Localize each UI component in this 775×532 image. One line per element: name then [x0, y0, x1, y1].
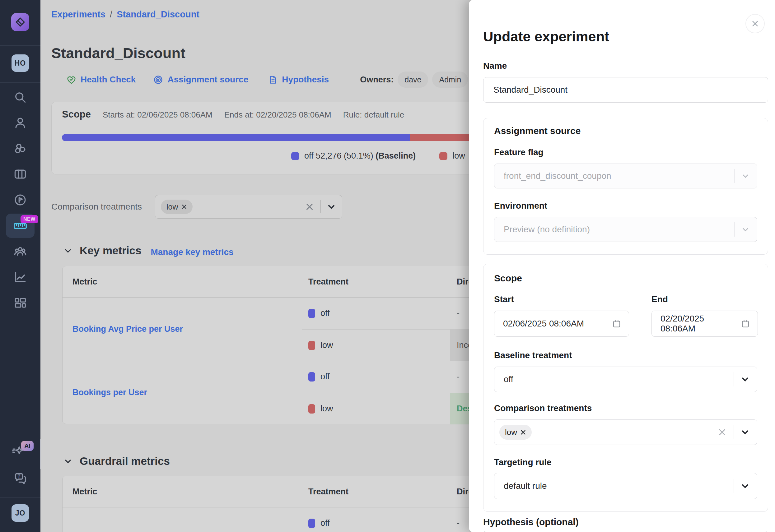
- treatment-row: off -: [63, 361, 469, 392]
- hypothesis-textarea[interactable]: [483, 531, 768, 532]
- audiences-icon[interactable]: [0, 242, 40, 261]
- scope-title: Scope: [62, 109, 91, 120]
- targeting-rule-label: Targeting rule: [494, 457, 552, 467]
- chevron-down-icon: [741, 225, 749, 234]
- chevron-down-icon[interactable]: [327, 202, 336, 211]
- assignment-source-link[interactable]: Assignment source: [153, 75, 248, 85]
- treatment-chip-low[interactable]: low: [161, 200, 193, 214]
- divider: [0, 497, 40, 498]
- calendar-icon[interactable]: [741, 319, 750, 328]
- key-metrics-header: Key metrics Manage key metrics: [64, 244, 234, 257]
- screen: HO NEW: [0, 0, 775, 532]
- divider: [0, 45, 40, 46]
- treatment-allocation-bar: [62, 134, 469, 141]
- scope-starts-at: Starts at: 02/06/2025 08:06AM: [103, 110, 212, 120]
- metric-group: Average Bookings in Revenue per Night of…: [63, 507, 469, 532]
- targeting-rule-select[interactable]: default rule: [494, 473, 757, 499]
- owner-pill[interactable]: dave: [398, 72, 428, 88]
- health-check-link[interactable]: Health Check: [66, 75, 136, 85]
- hypothesis-label: Hypothesis (optional): [483, 517, 579, 527]
- breadcrumb-experiments[interactable]: Experiments: [51, 9, 105, 20]
- scope-ends-at: Ends at: 02/20/2025 08:06AM: [224, 110, 331, 120]
- sidebar: HO NEW: [0, 0, 40, 532]
- users-icon[interactable]: [0, 113, 40, 132]
- breadcrumb: Experiments / Standard_Discount: [51, 9, 199, 20]
- collapse-section-icon[interactable]: [64, 457, 72, 465]
- svg-text:?: ?: [17, 473, 20, 479]
- chevron-down-icon[interactable]: [741, 375, 749, 384]
- breadcrumb-current[interactable]: Standard_Discount: [117, 9, 199, 20]
- environment-label: Environment: [494, 201, 547, 211]
- legend-swatch-off: [291, 152, 299, 160]
- clear-select-icon[interactable]: [305, 202, 314, 211]
- table-header: Metric Treatment Direction: [63, 476, 469, 507]
- breadcrumb-separator: /: [110, 9, 112, 20]
- guardrail-metrics-table: Metric Treatment Direction Average Booki…: [62, 476, 469, 532]
- dashboards-icon[interactable]: [0, 294, 40, 312]
- manage-key-metrics-link[interactable]: Manage key metrics: [151, 247, 233, 257]
- col-direction: Direction: [457, 476, 469, 507]
- segments-icon[interactable]: [0, 139, 40, 158]
- col-treatment: Treatment: [308, 266, 348, 297]
- col-treatment: Treatment: [308, 476, 348, 507]
- health-heart-icon: [66, 75, 77, 85]
- feature-flags-icon[interactable]: [0, 165, 40, 183]
- direction-badge-desirable: Desirable: [450, 393, 469, 424]
- ai-assistant-icon[interactable]: [0, 442, 40, 460]
- clear-select-icon[interactable]: [717, 428, 727, 437]
- treatment-chip-low[interactable]: low: [499, 425, 532, 440]
- direction-value: -: [457, 507, 460, 532]
- update-experiment-drawer: Update experiment Name Standard_Discount…: [469, 0, 775, 532]
- metrics-icon[interactable]: [0, 268, 40, 286]
- remove-chip-icon[interactable]: [520, 429, 526, 435]
- name-input[interactable]: Standard_Discount: [483, 77, 768, 103]
- statsig-logo-icon[interactable]: [11, 13, 29, 31]
- metric-group: Bookings per User off - low Desirable: [63, 361, 469, 424]
- target-icon: [153, 75, 163, 85]
- new-badge: NEW: [21, 215, 38, 223]
- user-avatar[interactable]: JO: [12, 504, 29, 522]
- legend-swatch-low: [439, 152, 448, 160]
- ai-badge: AI: [21, 441, 34, 451]
- scope-summary-card: Scope Starts at: 02/06/2025 08:06AM Ends…: [51, 102, 469, 174]
- start-date-input[interactable]: 02/06/2025 08:06AM: [494, 311, 629, 337]
- owner-pill[interactable]: Admin: [432, 72, 468, 88]
- direction-value: -: [457, 298, 460, 329]
- workspace-badge[interactable]: HO: [12, 54, 29, 72]
- drawer-title: Update experiment: [483, 29, 609, 45]
- comparison-treatments-select[interactable]: low: [494, 419, 757, 445]
- environment-select[interactable]: Preview (no definition): [494, 217, 757, 242]
- end-date-input[interactable]: 02/20/2025 08:06AM: [652, 311, 758, 337]
- key-metrics-table: Metric Treatment Direction Booking Avg P…: [62, 266, 469, 424]
- feature-flag-select[interactable]: front_end_discount_coupon: [494, 164, 757, 188]
- close-drawer-button[interactable]: [745, 14, 765, 33]
- comparison-treatments-select[interactable]: low: [155, 195, 342, 219]
- search-icon[interactable]: [0, 88, 40, 107]
- comparison-treatments-label: Comparison treatments: [51, 202, 155, 212]
- col-metric: Metric: [72, 266, 97, 297]
- calendar-icon[interactable]: [612, 319, 621, 328]
- pulse-icon[interactable]: [0, 191, 40, 209]
- treatment-swatch: [308, 372, 315, 382]
- divider: [0, 82, 40, 83]
- treatment-swatch: [308, 404, 315, 414]
- scope-rule: Rule: default rule: [343, 110, 405, 120]
- col-direction: Direction: [457, 266, 469, 297]
- collapse-section-icon[interactable]: [64, 247, 72, 255]
- baseline-treatment-select[interactable]: off: [494, 367, 757, 392]
- comparison-treatments-row: Comparison treatments low: [51, 195, 342, 218]
- guardrail-metrics-title: Guardrail metrics: [80, 455, 170, 467]
- chevron-down-icon[interactable]: [741, 482, 749, 490]
- end-label: End: [652, 294, 668, 304]
- name-label: Name: [483, 61, 507, 71]
- allocation-segment-off: [62, 134, 410, 141]
- experiment-links-row: Health Check Assignment source Hypothesi…: [66, 72, 468, 87]
- chevron-down-icon[interactable]: [741, 428, 749, 437]
- treatment-swatch: [308, 341, 315, 350]
- metric-group: Booking Avg Price per User off - low Inc…: [63, 298, 469, 361]
- remove-chip-icon[interactable]: [181, 204, 187, 210]
- close-icon: [751, 20, 759, 28]
- col-metric: Metric: [72, 476, 97, 507]
- hypothesis-link[interactable]: Hypothesis: [268, 75, 329, 85]
- help-icon[interactable]: ?: [0, 469, 40, 488]
